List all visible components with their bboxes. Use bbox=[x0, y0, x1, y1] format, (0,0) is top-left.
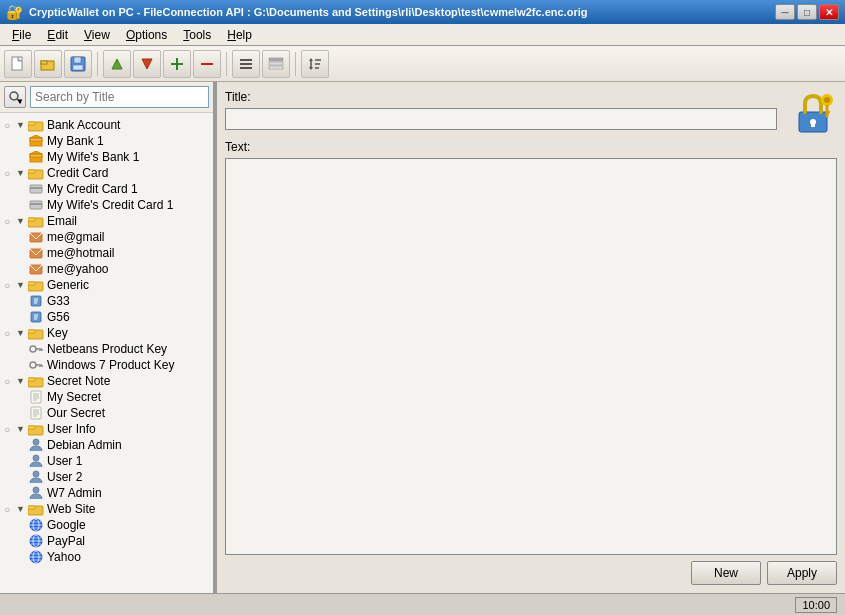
main-content: ▼ ○ ▼ Bank Account My Bank 1 My Wife's B… bbox=[0, 82, 845, 593]
minimize-button[interactable]: ─ bbox=[775, 4, 795, 20]
tree-category-bank-account: ○ ▼ Bank Account My Bank 1 My Wife's Ban… bbox=[0, 117, 213, 165]
tree-category-row[interactable]: ○ ▼ Credit Card bbox=[0, 165, 213, 181]
title-bar: 🔐 CrypticWallet on PC - FileConnection A… bbox=[0, 0, 845, 24]
action-buttons: New Apply bbox=[225, 555, 837, 585]
tree-item[interactable]: W7 Admin bbox=[24, 485, 213, 501]
tree-item[interactable]: Netbeans Product Key bbox=[24, 341, 213, 357]
tree-children: G33 G56 bbox=[0, 293, 213, 325]
svg-rect-65 bbox=[28, 378, 35, 381]
tree-item[interactable]: My Secret bbox=[24, 389, 213, 405]
tree-item[interactable]: User 2 bbox=[24, 469, 213, 485]
tree-children: Netbeans Product Key Windows 7 Product K… bbox=[0, 341, 213, 373]
menu-file[interactable]: File bbox=[4, 26, 39, 44]
tree-category-row[interactable]: ○ ▼ Bank Account bbox=[0, 117, 213, 133]
item-label: Google bbox=[47, 518, 86, 532]
item-icon bbox=[28, 534, 44, 548]
toolbar-sep3 bbox=[295, 52, 296, 76]
apply-button[interactable]: Apply bbox=[767, 561, 837, 585]
svg-rect-26 bbox=[28, 122, 35, 125]
clock: 10:00 bbox=[795, 597, 837, 613]
item-icon bbox=[28, 358, 44, 372]
item-icon bbox=[28, 262, 44, 276]
close-button[interactable]: ✕ bbox=[819, 4, 839, 20]
tree-category-row[interactable]: ○ ▼ Generic bbox=[0, 277, 213, 293]
toolbar-open[interactable] bbox=[34, 50, 62, 78]
tree-category-row[interactable]: ○ ▼ User Info bbox=[0, 421, 213, 437]
tree-item[interactable]: Debian Admin bbox=[24, 437, 213, 453]
tree-pin-icon: ○ bbox=[4, 216, 16, 227]
tree-category-row[interactable]: ○ ▼ Secret Note bbox=[0, 373, 213, 389]
toolbar-sort[interactable] bbox=[301, 50, 329, 78]
tree-item[interactable]: me@yahoo bbox=[24, 261, 213, 277]
tree-category-row[interactable]: ○ ▼ Web Site bbox=[0, 501, 213, 517]
folder-icon bbox=[28, 423, 44, 435]
item-label: Windows 7 Product Key bbox=[47, 358, 174, 372]
item-icon bbox=[28, 454, 44, 468]
svg-point-80 bbox=[33, 471, 39, 477]
toolbar-new[interactable] bbox=[4, 50, 32, 78]
tree-item[interactable]: Windows 7 Product Key bbox=[24, 357, 213, 373]
svg-rect-0 bbox=[12, 57, 22, 70]
item-icon bbox=[28, 518, 44, 532]
tree-item[interactable]: G33 bbox=[24, 293, 213, 309]
tree-item[interactable]: me@gmail bbox=[24, 229, 213, 245]
svg-point-78 bbox=[33, 439, 39, 445]
maximize-button[interactable]: □ bbox=[797, 4, 817, 20]
tree-item[interactable]: My Wife's Credit Card 1 bbox=[24, 197, 213, 213]
item-label: G33 bbox=[47, 294, 70, 308]
tree-item[interactable]: PayPal bbox=[24, 533, 213, 549]
tree-item[interactable]: Yahoo bbox=[24, 549, 213, 565]
tree-pin-icon: ○ bbox=[4, 120, 16, 131]
tree-item[interactable]: My Bank 1 bbox=[24, 133, 213, 149]
tree-expander: ▼ bbox=[16, 376, 28, 386]
menu-options[interactable]: Options bbox=[118, 26, 175, 44]
svg-rect-77 bbox=[28, 426, 35, 429]
tree-expander: ▼ bbox=[16, 424, 28, 434]
tree-item[interactable]: me@hotmail bbox=[24, 245, 213, 261]
tree-item[interactable]: Google bbox=[24, 517, 213, 533]
tree-item[interactable]: G56 bbox=[24, 309, 213, 325]
new-button[interactable]: New bbox=[691, 561, 761, 585]
tree-item[interactable]: Our Secret bbox=[24, 405, 213, 421]
menu-help[interactable]: Help bbox=[219, 26, 260, 44]
search-dropdown-button[interactable]: ▼ bbox=[4, 86, 26, 108]
svg-point-81 bbox=[33, 487, 39, 493]
menu-tools[interactable]: Tools bbox=[175, 26, 219, 44]
svg-rect-4 bbox=[74, 57, 81, 63]
title-input[interactable] bbox=[225, 108, 777, 130]
item-label: me@gmail bbox=[47, 230, 105, 244]
tree-item[interactable]: User 1 bbox=[24, 453, 213, 469]
tree-category-row[interactable]: ○ ▼ Email bbox=[0, 213, 213, 229]
toolbar-remove[interactable] bbox=[193, 50, 221, 78]
svg-rect-2 bbox=[41, 61, 47, 64]
toolbar-detail[interactable] bbox=[262, 50, 290, 78]
item-icon bbox=[28, 390, 44, 404]
item-label: My Bank 1 bbox=[47, 134, 104, 148]
svg-marker-29 bbox=[30, 135, 42, 138]
toolbar-list[interactable] bbox=[232, 50, 260, 78]
text-textarea[interactable] bbox=[225, 158, 837, 555]
item-icon bbox=[28, 150, 44, 164]
tree-category-label: Email bbox=[47, 214, 77, 228]
status-bar: 10:00 bbox=[0, 593, 845, 615]
svg-point-60 bbox=[30, 362, 36, 368]
svg-rect-31 bbox=[30, 154, 42, 157]
search-input[interactable] bbox=[30, 86, 209, 108]
tree-expander: ▼ bbox=[16, 328, 28, 338]
tree-category-row[interactable]: ○ ▼ Key bbox=[0, 325, 213, 341]
svg-rect-13 bbox=[240, 67, 252, 69]
svg-rect-34 bbox=[28, 170, 35, 173]
toolbar-add[interactable] bbox=[163, 50, 191, 78]
toolbar-up[interactable] bbox=[103, 50, 131, 78]
tree-item[interactable]: My Credit Card 1 bbox=[24, 181, 213, 197]
tree-children: My Bank 1 My Wife's Bank 1 bbox=[0, 133, 213, 165]
toolbar-down[interactable] bbox=[133, 50, 161, 78]
tree-expander: ▼ bbox=[16, 280, 28, 290]
menu-view[interactable]: View bbox=[76, 26, 118, 44]
toolbar-save[interactable] bbox=[64, 50, 92, 78]
item-icon bbox=[28, 550, 44, 564]
tree-item[interactable]: My Wife's Bank 1 bbox=[24, 149, 213, 165]
menu-edit[interactable]: Edit bbox=[39, 26, 76, 44]
item-label: me@hotmail bbox=[47, 246, 115, 260]
svg-rect-66 bbox=[31, 391, 41, 403]
